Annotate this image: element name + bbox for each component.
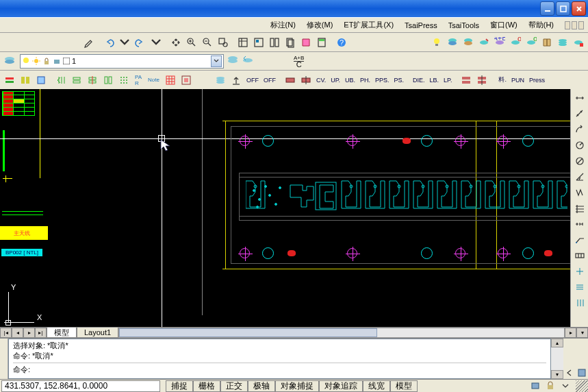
scroll-down-icon[interactable]: ▾ <box>551 370 563 379</box>
menu-annotate[interactable]: 标注(N) <box>265 19 301 32</box>
note-icon[interactable]: Note <box>145 73 162 88</box>
drawing-canvas[interactable]: 主天线 BP002 [ NTL] Y X <box>0 89 570 327</box>
tolerance-icon[interactable] <box>572 248 587 263</box>
tool-palettes-icon[interactable] <box>267 35 282 50</box>
resize-grip[interactable] <box>576 380 588 392</box>
command-prompt[interactable]: 命令: <box>13 363 546 375</box>
lb-button[interactable]: LB. <box>428 73 442 88</box>
window-maximize-button[interactable] <box>556 1 570 16</box>
dim-radius-icon[interactable] <box>572 138 587 153</box>
mdi-close-button[interactable] <box>578 21 584 29</box>
markup-icon[interactable] <box>298 35 314 50</box>
off1-button[interactable]: OFF <box>244 73 261 88</box>
menu-window[interactable]: 窗口(W) <box>485 19 523 32</box>
command-scrollbar[interactable]: ▴ ▾ <box>551 339 563 379</box>
sheet-set-icon[interactable] <box>283 35 298 50</box>
window-close-button[interactable] <box>572 1 586 16</box>
die-button[interactable]: DIE. <box>411 73 427 88</box>
tab-model[interactable]: 模型 <box>47 328 77 338</box>
status-ortho[interactable]: 正交 <box>220 380 248 392</box>
status-lock-icon[interactable] <box>544 380 557 391</box>
layer-stack-icon[interactable] <box>555 35 570 50</box>
horizontal-scrollbar[interactable] <box>118 328 565 338</box>
die-tool2-icon[interactable] <box>18 73 33 88</box>
help-icon[interactable]: ? <box>334 35 349 50</box>
layer-book-icon[interactable] <box>539 35 554 50</box>
vscroll-down-button[interactable]: ▾ <box>576 328 588 338</box>
press-button[interactable]: Press <box>527 73 547 88</box>
properties-icon[interactable] <box>235 35 251 50</box>
strip-dots-icon[interactable] <box>116 73 131 88</box>
ps-button[interactable]: PS. <box>392 73 407 88</box>
par-icon[interactable]: PAR <box>132 73 144 88</box>
redo-button[interactable] <box>133 35 148 50</box>
die-block4-icon[interactable] <box>474 73 489 88</box>
tab-last-button[interactable]: ▸| <box>35 328 47 338</box>
die-tool3-icon[interactable] <box>34 73 49 88</box>
layer-tool1-icon[interactable] <box>445 35 460 50</box>
dim-angular-icon[interactable] <box>572 169 587 184</box>
status-dropdown-icon[interactable] <box>559 380 572 391</box>
off2-button[interactable]: OFF <box>261 73 278 88</box>
strip-green1-icon[interactable] <box>69 73 84 88</box>
tab-layout1[interactable]: Layout1 <box>77 328 118 338</box>
command-text[interactable]: 选择对象: *取消* 命令: *取消* 命令: <box>8 339 551 379</box>
command-handle[interactable] <box>0 339 8 379</box>
layer-filter-icon[interactable] <box>227 54 239 68</box>
scroll-right-button[interactable]: ▸ <box>565 328 576 338</box>
tab-first-button[interactable]: |◂ <box>0 328 12 338</box>
status-snap[interactable]: 捕捉 <box>166 380 193 392</box>
tab-prev-button[interactable]: ◂ <box>12 328 23 338</box>
zoom-previous-icon[interactable] <box>200 35 215 50</box>
center-icon[interactable] <box>572 264 587 279</box>
lp-button[interactable]: LP. <box>442 73 454 88</box>
die-block1-icon[interactable] <box>283 73 298 88</box>
up-button[interactable]: UP. <box>329 73 342 88</box>
layer-on-icon[interactable]: on <box>524 35 539 50</box>
redo-dropdown[interactable] <box>149 35 164 50</box>
up-arrow-icon[interactable] <box>229 73 244 88</box>
brush-icon[interactable] <box>81 35 97 50</box>
tab-next-button[interactable]: ▸ <box>23 328 35 338</box>
dropdown-icon[interactable] <box>211 56 222 67</box>
strip-green3-icon[interactable] <box>101 73 116 88</box>
layer-tool4-icon[interactable]: A+B <box>492 35 507 50</box>
ph-button[interactable]: PH. <box>358 73 372 88</box>
status-coords[interactable]: 431.5307, 152.8641, 0.0000 <box>1 380 160 392</box>
comm-left-icon[interactable] <box>565 368 574 378</box>
menu-ettools[interactable]: ET扩展工具(X) <box>338 19 399 32</box>
strip-grid-icon[interactable] <box>163 73 178 88</box>
dim-aligned-icon[interactable] <box>572 106 587 121</box>
die-block3-icon[interactable] <box>459 73 474 88</box>
ub-button[interactable]: UB. <box>343 73 357 88</box>
dim-linear-icon[interactable] <box>572 90 587 106</box>
layer-combo[interactable]: 1 <box>20 54 224 69</box>
mdi-restore-button[interactable] <box>572 21 577 29</box>
pan-icon[interactable] <box>168 35 183 50</box>
layer-stack2-icon[interactable] <box>213 73 228 88</box>
die-block2-icon[interactable] <box>298 73 314 88</box>
ab-label-icon[interactable]: A+BC <box>294 56 304 67</box>
continue-icon[interactable] <box>572 217 587 232</box>
zoom-window-icon[interactable] <box>216 35 231 50</box>
menu-tsaipress[interactable]: TsaiPress <box>399 20 443 31</box>
status-polar[interactable]: 极轴 <box>248 380 275 392</box>
align-icon[interactable] <box>572 295 587 310</box>
menu-help[interactable]: 帮助(H) <box>523 19 559 32</box>
scroll-up-icon[interactable]: ▴ <box>551 339 563 347</box>
status-osnap[interactable]: 对象捕捉 <box>275 380 319 392</box>
layer-previous-icon[interactable] <box>242 54 254 68</box>
comm-tool-icon[interactable] <box>577 368 587 378</box>
calc-icon[interactable] <box>314 35 329 50</box>
lightbulb-icon[interactable] <box>429 35 444 50</box>
window-minimize-button[interactable] <box>540 1 554 16</box>
pps-button[interactable]: PPS. <box>373 73 392 88</box>
menu-tsaitools[interactable]: TsaiTools <box>443 20 485 31</box>
strip-green2-icon[interactable] <box>85 73 100 88</box>
edit-icon[interactable] <box>572 280 587 295</box>
dim-diameter-icon[interactable] <box>572 154 587 169</box>
menu-modify[interactable]: 修改(M) <box>301 19 339 32</box>
design-center-icon[interactable] <box>251 35 266 50</box>
mdi-minimize-button[interactable] <box>565 21 570 29</box>
dim-arc-icon[interactable] <box>572 122 587 137</box>
